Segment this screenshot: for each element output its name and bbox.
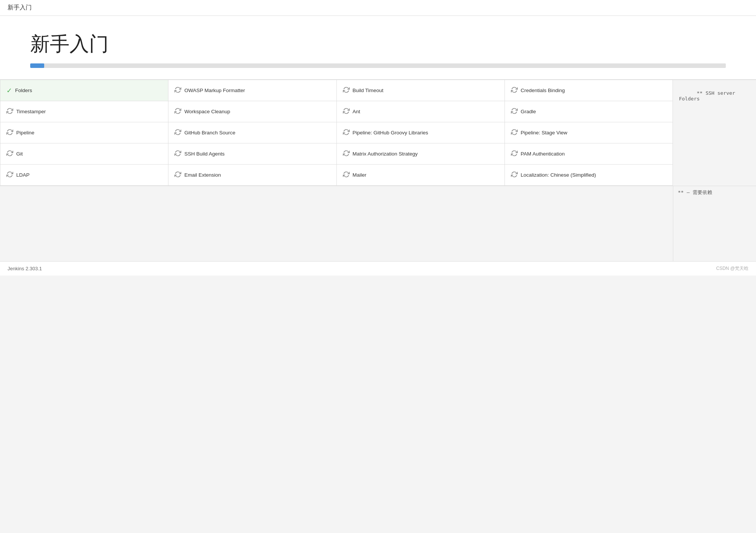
refresh-icon bbox=[6, 171, 13, 179]
refresh-icon bbox=[343, 129, 350, 137]
plugin-cell[interactable]: PAM Authentication bbox=[505, 143, 673, 165]
sidebar-bottom-note: ** – 需要依赖 bbox=[673, 186, 756, 261]
plugin-cell[interactable]: ✓Folders bbox=[0, 80, 168, 101]
refresh-icon bbox=[511, 129, 518, 137]
plugin-name: LDAP bbox=[16, 172, 29, 179]
refresh-icon bbox=[343, 150, 350, 158]
refresh-icon bbox=[6, 129, 13, 137]
refresh-icon bbox=[6, 150, 13, 158]
plugin-cell[interactable]: Pipeline bbox=[0, 122, 168, 143]
plugin-name: Gradle bbox=[521, 108, 536, 115]
progress-bar-fill bbox=[30, 63, 44, 68]
plugin-name: Pipeline: Stage View bbox=[521, 129, 568, 136]
plugin-cell[interactable]: Pipeline: GitHub Groovy Libraries bbox=[337, 122, 505, 143]
below-grid bbox=[0, 186, 673, 261]
plugin-cell[interactable]: SSH Build Agents bbox=[168, 143, 336, 165]
check-icon: ✓ bbox=[6, 86, 12, 95]
plugin-name: Email Extension bbox=[184, 172, 221, 179]
refresh-icon bbox=[174, 86, 181, 94]
plugin-cell[interactable]: OWASP Markup Formatter bbox=[168, 80, 336, 101]
plugin-name: Workspace Cleanup bbox=[184, 108, 230, 115]
footer: Jenkins 2.303.1 CSDN @梵天晗 bbox=[0, 261, 756, 276]
footer-version: Jenkins 2.303.1 bbox=[8, 266, 42, 271]
top-bar: 新手入门 bbox=[0, 0, 756, 16]
plugin-name: Mailer bbox=[353, 172, 367, 179]
plugin-cell[interactable]: Mailer bbox=[337, 165, 505, 186]
plugin-name: Git bbox=[16, 151, 23, 157]
refresh-icon bbox=[174, 129, 181, 137]
refresh-icon bbox=[174, 108, 181, 116]
plugin-cell[interactable]: Timestamper bbox=[0, 101, 168, 122]
grid-container: ✓Folders OWASP Markup Formatter Build Ti… bbox=[0, 80, 673, 186]
refresh-icon bbox=[343, 171, 350, 179]
plugin-name: PAM Authentication bbox=[521, 151, 565, 157]
refresh-icon bbox=[6, 108, 13, 116]
refresh-icon bbox=[511, 108, 518, 116]
plugin-name: Pipeline bbox=[16, 129, 34, 136]
plugin-name: Pipeline: GitHub Groovy Libraries bbox=[353, 129, 428, 136]
refresh-icon bbox=[511, 171, 518, 179]
refresh-icon bbox=[174, 171, 181, 179]
plugin-cell[interactable]: Credentials Binding bbox=[505, 80, 673, 101]
below-row: ** – 需要依赖 bbox=[0, 186, 756, 261]
plugin-name: OWASP Markup Formatter bbox=[184, 87, 245, 94]
plugin-cell[interactable]: Matrix Authorization Strategy bbox=[337, 143, 505, 165]
plugin-name: GitHub Branch Source bbox=[184, 129, 235, 136]
footer-watermark: CSDN @梵天晗 bbox=[716, 265, 748, 272]
progress-bar-container bbox=[30, 63, 726, 68]
plugin-name: Matrix Authorization Strategy bbox=[353, 151, 418, 157]
sidebar-panel: ** SSH server Folders bbox=[673, 80, 756, 186]
plugin-cell[interactable]: Ant bbox=[337, 101, 505, 122]
plugin-name: Localization: Chinese (Simplified) bbox=[521, 172, 596, 179]
refresh-icon bbox=[343, 108, 350, 116]
sidebar-bottom-note-text: ** – 需要依赖 bbox=[673, 186, 756, 199]
plugin-cell[interactable]: Localization: Chinese (Simplified) bbox=[505, 165, 673, 186]
plugin-cell[interactable]: Gradle bbox=[505, 101, 673, 122]
plugin-cell[interactable]: Git bbox=[0, 143, 168, 165]
plugin-name: Folders bbox=[15, 87, 32, 94]
refresh-icon bbox=[343, 86, 350, 94]
refresh-icon bbox=[511, 150, 518, 158]
plugin-cell[interactable]: Email Extension bbox=[168, 165, 336, 186]
plugin-name: SSH Build Agents bbox=[184, 151, 225, 157]
plugins-wrapper: ✓Folders OWASP Markup Formatter Build Ti… bbox=[0, 80, 756, 261]
plugins-grid: ✓Folders OWASP Markup Formatter Build Ti… bbox=[0, 80, 673, 186]
grid-and-sidebar: ✓Folders OWASP Markup Formatter Build Ti… bbox=[0, 80, 756, 186]
plugin-name: Credentials Binding bbox=[521, 87, 565, 94]
plugin-cell[interactable]: Workspace Cleanup bbox=[168, 101, 336, 122]
plugin-name: Ant bbox=[353, 108, 360, 115]
plugin-name: Build Timeout bbox=[353, 87, 384, 94]
top-bar-title: 新手入门 bbox=[8, 4, 32, 11]
plugin-cell[interactable]: Pipeline: Stage View bbox=[505, 122, 673, 143]
plugin-cell[interactable]: LDAP bbox=[0, 165, 168, 186]
sidebar-top-note: ** SSH server Folders bbox=[679, 90, 735, 102]
plugin-name: Timestamper bbox=[16, 108, 46, 115]
page-title: 新手入门 bbox=[30, 31, 726, 57]
plugin-cell[interactable]: Build Timeout bbox=[337, 80, 505, 101]
plugin-cell[interactable]: GitHub Branch Source bbox=[168, 122, 336, 143]
main-content: 新手入门 bbox=[0, 16, 756, 80]
refresh-icon bbox=[511, 86, 518, 94]
refresh-icon bbox=[174, 150, 181, 158]
